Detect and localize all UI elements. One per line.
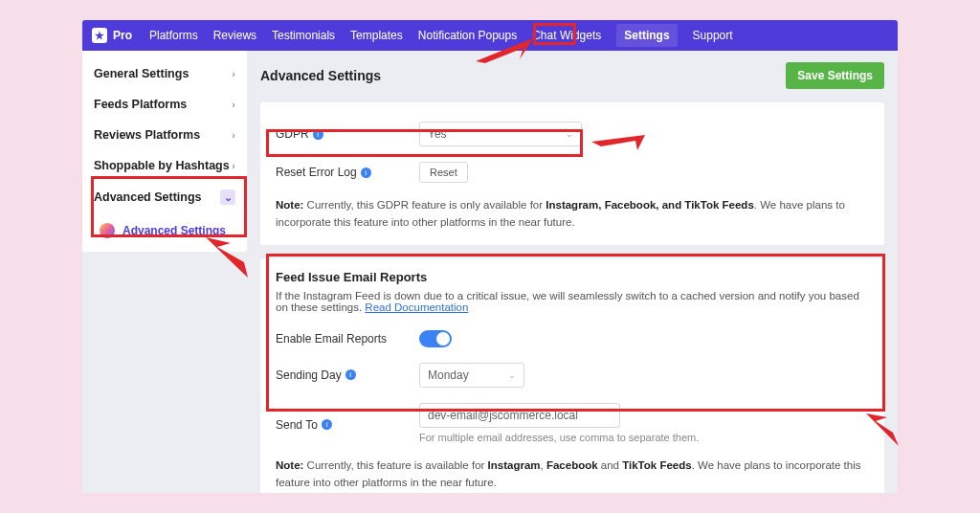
page-title: Advanced Settings [260,68,381,83]
sidebar-item-general[interactable]: General Settings › [82,58,247,89]
chevron-down-icon: ⌄ [220,190,235,205]
nav-item-chat-widgets[interactable]: Chat Widgets [532,29,601,42]
nav-item-templates[interactable]: Templates [350,29,403,42]
send-to-input[interactable] [419,403,620,428]
chevron-right-icon: › [232,68,235,79]
brand: ★ Pro [92,28,132,43]
chevron-down-icon: ⌄ [566,129,573,139]
send-to-field: Send To i For multiple email addresses, … [276,395,869,451]
page-header: Advanced Settings Save Settings [260,62,884,89]
info-icon[interactable]: i [322,419,332,430]
reset-error-log-label: Reset Error Log i [276,166,419,179]
app-window: ★ Pro Platforms Reviews Testimonials Tem… [82,20,898,493]
gdpr-card: GDPR i Yes ⌄ Reset Error Log i Reset [260,102,884,245]
chevron-right-icon: › [232,129,235,141]
sending-day-label: Sending Day i [276,368,419,382]
advanced-settings-icon [100,223,115,238]
sidebar-item-label: Feeds Platforms [94,98,187,111]
sidebar-subitem-advanced[interactable]: Advanced Settings [82,213,247,252]
sidebar-item-label: General Settings [94,67,189,80]
sidebar-item-advanced[interactable]: Advanced Settings ⌄ [82,181,247,213]
top-nav: ★ Pro Platforms Reviews Testimonials Tem… [82,20,898,51]
email-reports-desc: If the Instagram Feed is down due to a c… [276,290,869,313]
send-to-helper: For multiple email addresses, use comma … [419,432,699,443]
email-reports-title: Feed Issue Email Reports [276,270,869,284]
nav-item-support[interactable]: Support [693,29,733,42]
info-icon[interactable]: i [345,369,356,380]
info-icon[interactable]: i [361,167,371,178]
nav-item-settings[interactable]: Settings [616,24,677,47]
sidebar-item-label: Shoppable by Hashtags [94,159,230,172]
sidebar-item-label: Reviews Platforms [94,128,200,142]
gdpr-select[interactable]: Yes ⌄ [419,122,582,146]
nav-item-platforms[interactable]: Platforms [149,29,198,42]
sidebar-item-shoppable[interactable]: Shoppable by Hashtags › [82,150,247,181]
sidebar-item-label: Advanced Settings [94,190,202,204]
brand-label: Pro [113,29,132,42]
sidebar-item-feeds[interactable]: Feeds Platforms › [82,89,247,120]
sending-day-select[interactable]: Monday ⌄ [419,363,524,388]
save-settings-button[interactable]: Save Settings [786,62,884,89]
gdpr-note: Note: Currently, this GDPR feature is on… [276,196,869,232]
enable-reports-label: Enable Email Reports [276,332,419,346]
nav-item-testimonials[interactable]: Testimonials [272,29,335,42]
enable-reports-field: Enable Email Reports [276,323,869,355]
email-reports-card: Feed Issue Email Reports If the Instagra… [260,258,884,493]
reset-button[interactable]: Reset [419,162,468,183]
sending-day-value: Monday [428,368,469,382]
chevron-right-icon: › [232,160,235,171]
sidebar-subitem-label: Advanced Settings [122,224,226,237]
send-to-label: Send To i [276,403,419,432]
brand-logo-icon: ★ [92,28,107,43]
reports-note: Note: Currently, this feature is availab… [276,457,869,492]
nav-items: Platforms Reviews Testimonials Templates… [149,24,733,47]
settings-sidebar: General Settings › Feeds Platforms › Rev… [82,51,247,252]
chevron-right-icon: › [232,99,235,110]
main-content: Advanced Settings Save Settings GDPR i Y… [247,51,898,493]
reset-error-log-field: Reset Error Log i Reset [276,154,869,190]
chevron-down-icon: ⌄ [508,370,516,380]
sidebar-item-reviews[interactable]: Reviews Platforms › [82,120,247,150]
enable-reports-toggle[interactable] [419,330,452,347]
sending-day-field: Sending Day i Monday ⌄ [276,355,869,395]
nav-item-reviews[interactable]: Reviews [213,29,256,42]
info-icon[interactable]: i [313,129,323,140]
gdpr-field: GDPR i Yes ⌄ [276,114,869,154]
read-documentation-link[interactable]: Read Documentation [365,301,468,313]
gdpr-select-value: Yes [428,127,447,141]
nav-item-notification-popups[interactable]: Notification Popups [418,29,517,42]
gdpr-label: GDPR i [276,127,419,141]
